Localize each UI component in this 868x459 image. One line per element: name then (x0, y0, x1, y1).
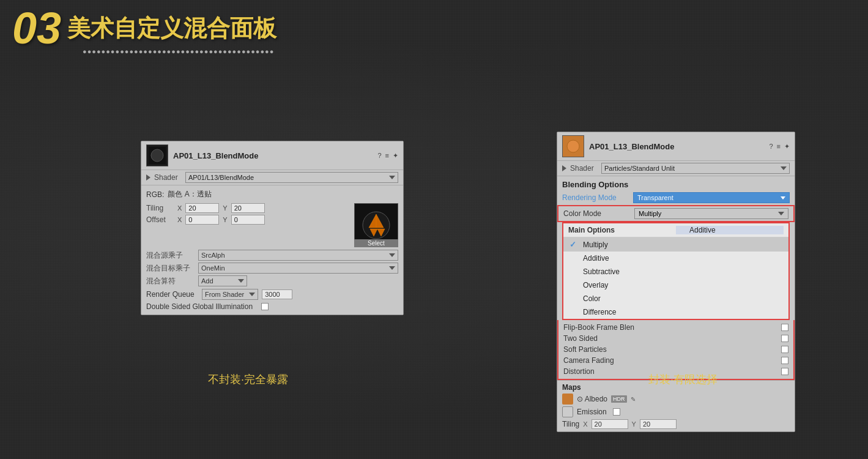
offset-row: Offset X 0 Y 0 (146, 215, 349, 225)
header-subtitle: ●●●●●●●●●●●●●●●●●●●●●●●●●●●●●●●●●●●●●●●●… (83, 48, 274, 55)
tiling-offset-section: Tiling X 20 Y 20 Offset X 0 Y (146, 203, 349, 247)
soft-particles-row: Soft Particles (563, 344, 788, 355)
tiling-x-label: X (177, 204, 182, 212)
color-mode-arrow (778, 212, 784, 215)
dropdown-item-subtractive[interactable]: Subtractive (563, 265, 788, 278)
gear-icon: ✦ (393, 152, 398, 160)
blend-op-dropdown[interactable]: Add (198, 275, 247, 286)
double-sided-checkbox[interactable] (261, 303, 269, 310)
blend-dst-arrow (389, 266, 395, 270)
material-icon-right (562, 135, 584, 157)
emission-row: Emission (562, 406, 790, 417)
tiling-row: Tiling X 20 Y 20 (146, 203, 349, 213)
blend-src-row: 混合源乘子 SrcAlph (146, 250, 398, 261)
two-sided-row: Two Sided (563, 333, 788, 344)
header: 03 美术自定义混合面板 (12, 6, 276, 50)
rendering-mode-row: Rendering Mode Transparent (557, 190, 795, 205)
tiling-y-input-right[interactable]: 20 (640, 419, 677, 429)
dropdown-item-additive[interactable]: Additive (563, 252, 788, 265)
offset-x-input[interactable]: 0 (185, 215, 219, 225)
emission-checkbox[interactable] (613, 408, 620, 416)
blend-dst-row: 混合目标乘子 OneMin (146, 263, 398, 274)
offset-y-label: Y (223, 216, 227, 223)
render-queue-row: Render Queue From Shader 3000 (146, 289, 398, 300)
tiling-x-input-right[interactable]: 20 (592, 419, 628, 429)
distortion-checkbox[interactable] (781, 368, 788, 375)
blend-src-dropdown[interactable]: SrcAlph (198, 250, 398, 261)
shader-dropdown-right[interactable]: Particles/Standard Unlit (601, 163, 790, 174)
panel-right-icons: ? ≡ ✦ (769, 143, 790, 151)
material-preview-right (565, 138, 582, 155)
subtractive-label: Subtractive (583, 267, 620, 276)
help-icon: ? (377, 152, 381, 159)
blend-rows: 混合源乘子 SrcAlph 混合目标乘子 OneMin 混合算符 Add (146, 250, 398, 286)
blend-dst-dropdown[interactable]: OneMin (198, 263, 398, 274)
help-icon-right: ? (769, 143, 773, 150)
rendering-mode-dropdown[interactable]: Transparent (633, 192, 790, 203)
rendering-mode-value: Transparent (637, 194, 673, 201)
flipbook-checkbox[interactable] (781, 324, 788, 331)
blend-src-arrow (389, 253, 395, 257)
two-sided-checkbox[interactable] (781, 335, 788, 342)
svg-point-1 (151, 149, 163, 162)
pencil-icon: ✎ (631, 396, 636, 403)
material-icon-left (146, 144, 168, 166)
color-a-label: 颜色 A：透贴 (168, 189, 211, 200)
tiling-section: Tiling X 20 Y 20 Offset X 0 Y (146, 203, 398, 247)
shader-dropdown-left[interactable]: AP01/L13/BlendMode (185, 172, 398, 183)
fold-arrow-left (146, 174, 150, 181)
svg-point-8 (567, 140, 579, 152)
double-sided-label: Double Sided Global Illumination (146, 302, 253, 311)
offset-label: Offset (146, 215, 174, 224)
panel-left-content: RGB: 颜色 A：透贴 Tiling X 20 Y 20 Offset (141, 185, 403, 315)
tiling-y-input[interactable]: 20 (231, 203, 265, 213)
soft-particles-label: Soft Particles (563, 345, 781, 354)
shader-row-left: Shader AP01/L13/BlendMode (141, 170, 403, 185)
dropdown-arrow-left (389, 176, 395, 179)
header-title: 美术自定义混合面板 (67, 13, 276, 44)
tiling-row-right: Tiling X 20 Y 20 (562, 419, 790, 429)
flipbook-label: Flip-Book Frame Blen (563, 323, 781, 332)
dropdown-item-overlay[interactable]: Overlay (563, 278, 788, 292)
offset-x-label: X (177, 216, 182, 223)
additive-label-header: Additive (689, 226, 716, 234)
shader-row-right: Shader Particles/Standard Unlit (557, 161, 795, 176)
flipbook-row: Flip-Book Frame Blen (563, 322, 788, 333)
tiling-label: Tiling (146, 204, 174, 212)
fold-arrow-right (562, 165, 566, 171)
rq-dropdown-arrow (249, 293, 255, 296)
panel-left-icons: ? ≡ ✦ (377, 152, 398, 160)
dropdown-item-color[interactable]: Color (563, 292, 788, 305)
panel-left: AP01_L13_BlendMode ? ≡ ✦ Shader AP01/L13… (141, 141, 404, 315)
maps-section: Maps ⊙ Albedo HDR ✎ Emission Tiling X 20… (557, 380, 795, 431)
multiply-checkmark: ✓ (569, 240, 578, 249)
tiling-x-input[interactable]: 20 (185, 203, 219, 213)
emission-label: Emission (577, 408, 607, 416)
select-button[interactable]: Select (354, 239, 398, 247)
tiling-y-label: Y (223, 204, 227, 212)
triforce-icon (362, 211, 391, 240)
render-queue-dropdown[interactable]: From Shader (202, 289, 258, 300)
color-mode-label: Color Mode (563, 209, 631, 218)
double-sided-row: Double Sided Global Illumination (146, 302, 398, 311)
blend-dst-label: 混合目标乘子 (146, 263, 198, 274)
camera-fading-row: Camera Fading (563, 355, 788, 366)
albedo-icon (562, 394, 573, 405)
hdr-badge: HDR (611, 395, 627, 403)
camera-fading-checkbox[interactable] (781, 357, 788, 364)
offset-y-input[interactable]: 0 (231, 215, 265, 225)
blending-options-title: Blending Options (562, 180, 628, 189)
dropdown-item-multiply[interactable]: ✓ Multiply (563, 237, 788, 252)
panel-right-title: AP01_L13_BlendMode (589, 142, 764, 151)
render-queue-input[interactable]: 3000 (262, 289, 292, 299)
main-options-label: Main Options (568, 226, 676, 234)
soft-particles-checkbox[interactable] (781, 346, 788, 353)
color-mode-value: Multiply (639, 210, 661, 217)
two-sided-label: Two Sided (563, 334, 781, 343)
tiling-label-right: Tiling (562, 420, 579, 428)
blending-options-header: Blending Options (557, 176, 795, 190)
shader-value-right: Particles/Standard Unlit (604, 165, 675, 172)
color-mode-dropdown[interactable]: Multiply (634, 208, 788, 219)
rendering-mode-label: Rendering Mode (562, 193, 629, 202)
dropdown-item-difference[interactable]: Difference (563, 305, 788, 319)
